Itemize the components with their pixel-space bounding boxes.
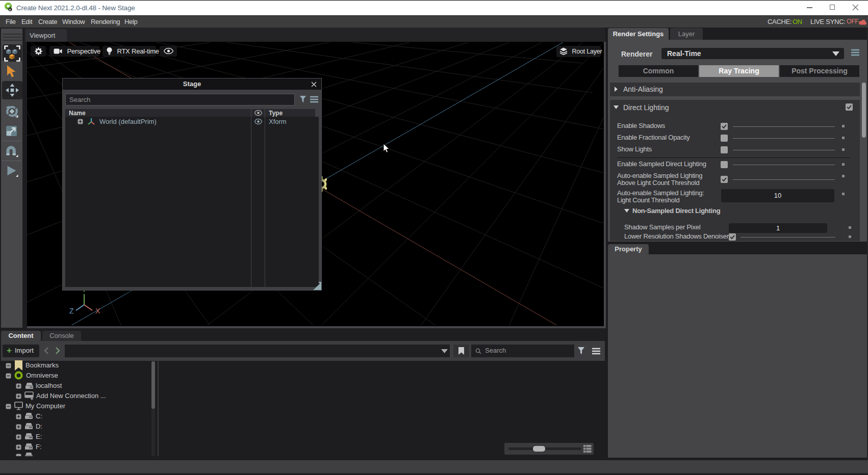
- svg-text:K: K: [9, 8, 11, 11]
- svg-text:Z: Z: [69, 307, 74, 315]
- svg-text:X: X: [95, 307, 100, 315]
